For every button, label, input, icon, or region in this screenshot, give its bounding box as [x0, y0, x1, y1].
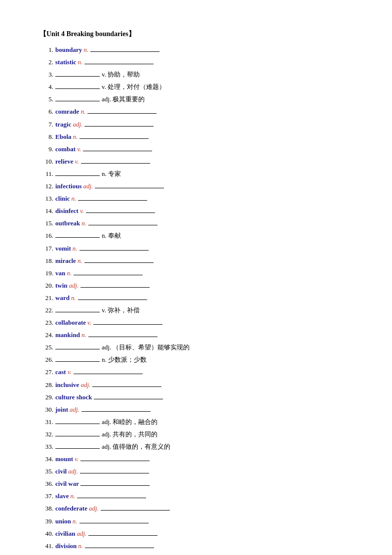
blank-line — [55, 94, 100, 101]
item-number: 23. — [39, 317, 53, 328]
part-of-speech: v. — [87, 317, 91, 328]
list-item: 23.collaboratev. — [39, 317, 353, 328]
item-number: 15. — [39, 218, 53, 229]
list-item: 41.divisionn. — [39, 541, 353, 552]
answer-line — [81, 405, 151, 412]
answer-line — [84, 57, 154, 64]
list-item: 13.clinicn. — [39, 193, 353, 204]
list-item: 33.adj. 值得做的，有意义的 — [39, 441, 353, 452]
blank-line — [55, 82, 100, 89]
vocabulary-word: clinic — [55, 193, 70, 204]
item-number: 11. — [39, 169, 53, 179]
chinese-definition: n. 少数派；少数 — [102, 354, 147, 365]
vocabulary-word: civil — [55, 466, 67, 477]
item-number: 25. — [39, 342, 53, 353]
item-number: 22. — [39, 305, 53, 316]
vocabulary-word: joint — [55, 404, 68, 415]
item-number: 7. — [39, 119, 53, 130]
chinese-definition: v. 弥补，补偿 — [102, 305, 140, 316]
item-number: 18. — [39, 256, 53, 266]
part-of-speech: adj. — [73, 119, 82, 130]
list-item: 28.inclusiveadj. — [39, 380, 353, 390]
vocabulary-word: slave — [55, 491, 69, 502]
vocabulary-word: miracle — [55, 256, 76, 266]
item-number: 36. — [39, 478, 53, 489]
part-of-speech: adj. — [77, 528, 86, 539]
item-number: 9. — [39, 144, 53, 155]
vocabulary-word: vomit — [55, 243, 71, 254]
list-item: 2.statisticn. — [39, 57, 353, 68]
part-of-speech: n. — [67, 268, 72, 279]
item-number: 5. — [39, 94, 53, 105]
item-number: 13. — [39, 193, 53, 204]
part-of-speech: n. — [73, 243, 78, 254]
vocabulary-word: infectious — [55, 181, 81, 192]
vocabulary-word: relieve — [55, 156, 74, 167]
chinese-definition: v. 协助，帮助 — [102, 69, 140, 80]
answer-line — [88, 218, 157, 225]
vocabulary-word: ward — [55, 293, 70, 303]
item-number: 10. — [39, 156, 53, 167]
blank-line — [55, 355, 100, 362]
answer-line — [86, 206, 155, 213]
answer-line — [78, 293, 147, 300]
list-item: 8.Ebolan. — [39, 131, 353, 142]
list-item: 19.vann. — [39, 268, 353, 279]
blank-line — [55, 442, 100, 449]
item-number: 12. — [39, 181, 53, 192]
vocabulary-word: mankind — [55, 330, 80, 341]
vocabulary-word: mount — [55, 454, 73, 465]
list-item: 38.confederateadj. — [39, 503, 353, 514]
part-of-speech: v. — [75, 156, 79, 167]
item-number: 42. — [39, 553, 53, 555]
item-number: 41. — [39, 541, 53, 552]
chinese-definition: adj. 共有的，共同的 — [102, 429, 157, 440]
blank-line — [55, 429, 100, 436]
vocabulary-word: outbreak — [55, 218, 80, 229]
answer-line — [87, 107, 157, 114]
page-title: 【Unit 4 Breaking boundaries】 — [39, 30, 353, 39]
list-item: 31.adj. 和睦的，融合的 — [39, 417, 353, 427]
list-item: 10.relievev. — [39, 156, 353, 167]
answer-line — [93, 318, 162, 325]
list-item: 15.outbreakn. — [39, 218, 353, 229]
blank-line — [55, 70, 100, 77]
item-number: 27. — [39, 367, 53, 378]
answer-line — [79, 244, 149, 251]
answer-line — [80, 281, 150, 288]
item-number: 16. — [39, 230, 53, 241]
item-number: 39. — [39, 516, 53, 527]
list-item: 24.mankindn. — [39, 330, 353, 341]
part-of-speech: n. — [78, 541, 83, 552]
vocabulary-word: boundary — [55, 44, 82, 55]
chinese-definition: n. 奉献 — [102, 230, 121, 241]
vocabulary-word: Ebola — [55, 131, 72, 142]
item-number: 35. — [39, 466, 53, 477]
part-of-speech: adj. — [89, 503, 99, 514]
blank-line — [55, 231, 100, 238]
answer-line — [95, 181, 164, 188]
part-of-speech: n. — [71, 293, 76, 303]
vocabulary-word: collaborate — [55, 317, 86, 328]
chinese-definition: n. 专家 — [102, 169, 121, 179]
vocabulary-word: division — [55, 541, 77, 552]
part-of-speech: v. — [80, 206, 84, 216]
part-of-speech: adj. — [69, 280, 79, 291]
vocabulary-word: bring forth — [55, 553, 86, 555]
item-number: 29. — [39, 392, 53, 403]
part-of-speech: n. — [78, 57, 83, 68]
list-item: 21.wardn. — [39, 293, 353, 303]
part-of-speech: n. — [80, 106, 85, 117]
answer-line — [84, 256, 154, 263]
blank-line — [55, 169, 100, 176]
item-number: 17. — [39, 243, 53, 254]
list-item: 27.castv. — [39, 367, 353, 378]
list-item: 3.v. 协助，帮助 — [39, 69, 353, 80]
part-of-speech: adj. — [83, 181, 93, 192]
item-number: 20. — [39, 280, 53, 291]
item-number: 14. — [39, 206, 53, 216]
list-item: 40.civilianadj. — [39, 528, 353, 539]
answer-line — [85, 541, 154, 548]
item-number: 40. — [39, 528, 53, 539]
vocabulary-word: combat — [55, 144, 76, 155]
